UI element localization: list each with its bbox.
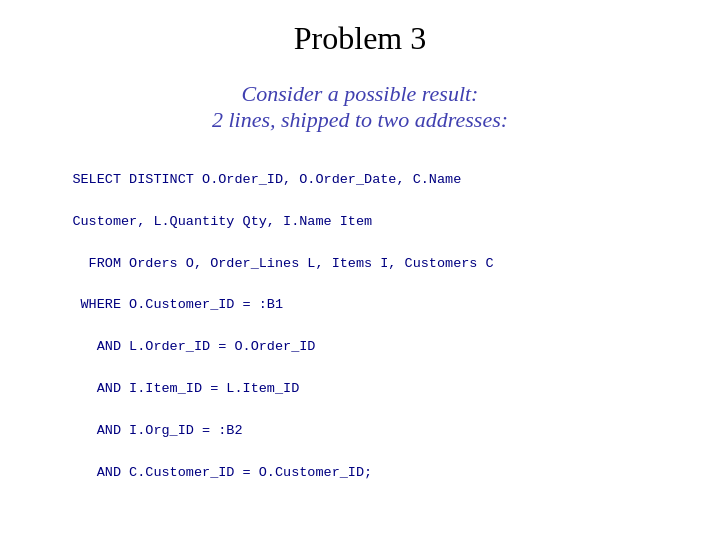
code-line-1: SELECT DISTINCT O.Order_ID, O.Order_Date…: [72, 172, 461, 187]
page-title: Problem 3: [294, 20, 426, 57]
subtitle-line2: 2 lines, shipped to two addresses:: [212, 107, 508, 132]
subtitle: Consider a possible result: 2 lines, shi…: [212, 81, 508, 133]
sql-code-block: SELECT DISTINCT O.Order_ID, O.Order_Date…: [40, 149, 680, 505]
code-line-3: FROM Orders O, Order_Lines L, Items I, C…: [72, 256, 493, 271]
code-line-6: AND I.Item_ID = L.Item_ID: [72, 381, 299, 396]
code-line-8: AND C.Customer_ID = O.Customer_ID;: [72, 465, 372, 480]
code-line-5: AND L.Order_ID = O.Order_ID: [72, 339, 315, 354]
code-line-2: Customer, L.Quantity Qty, I.Name Item: [72, 214, 372, 229]
result-table: ORDER_ID ORDER_DATE CUSTOMER QTY ITEM --…: [40, 523, 680, 540]
code-line-7: AND I.Org_ID = :B2: [72, 423, 242, 438]
page-container: Problem 3 Consider a possible result: 2 …: [0, 0, 720, 540]
code-line-4: WHERE O.Customer_ID = :B1: [72, 297, 283, 312]
subtitle-line1: Consider a possible result:: [242, 81, 479, 106]
